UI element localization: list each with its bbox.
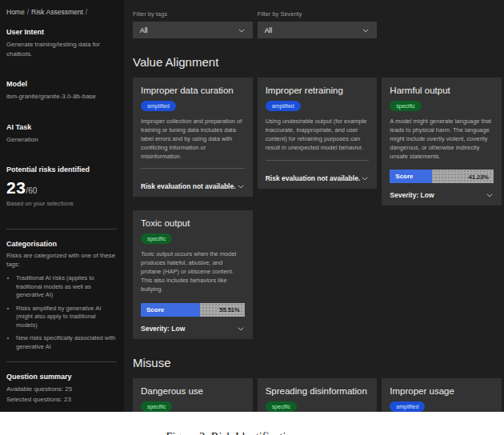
risk-evaluation-row[interactable]: Risk evaluation not available. [141, 168, 245, 190]
paper-figure: Home/Risk Assessment/ User IntentGenerat… [0, 0, 504, 435]
chevron-down-icon[interactable] [486, 191, 494, 199]
risk-tag: amplified [141, 101, 176, 111]
sidebar-section-title: User Intent [6, 28, 117, 36]
risk-score-bar: Score55.51% [141, 303, 245, 317]
risk-count-note: Based on your selections [6, 200, 117, 207]
categorisation-section: Categorisation Risks are categorized wit… [6, 240, 117, 351]
score-bar-label: Score [395, 173, 413, 180]
breadcrumb-current-link[interactable]: Risk Assessment [31, 8, 83, 16]
risk-card-title: Dangerous use [141, 386, 245, 396]
filter-severity-value: All [265, 26, 272, 34]
risk-assessment-app: Home/Risk Assessment/ User IntentGenerat… [0, 0, 504, 412]
potential-risks-summary: Potential risks identified 23/60 Based o… [6, 166, 117, 207]
filter-tags-label: Filter by tags [133, 10, 253, 18]
risk-evaluation-text: Risk evaluation not available. [141, 182, 236, 190]
severity-row[interactable]: Severity: Low [141, 323, 245, 333]
question-summary-section: Question summary Available questions: 25… [6, 373, 117, 405]
categorisation-bullets: Traditional AI risks (applies to traditi… [6, 274, 117, 351]
filter-tags-dropdown[interactable]: All [133, 22, 253, 38]
risk-count: 23/60 [6, 178, 117, 198]
risk-section: Value AlignmentImproper data curationamp… [133, 55, 502, 339]
risk-tag: specific [266, 401, 297, 412]
sidebar-section-value: ibm-granite/granite-3.0-8b-base [6, 92, 117, 102]
severity-row[interactable]: Severity: Low [390, 190, 494, 199]
filter-tags: Filter by tags All [133, 10, 253, 38]
risk-score-bar: Score41.23% [390, 170, 494, 183]
sidebar-section-title: AI Task [6, 123, 117, 131]
categorisation-intro: Risks are categorized with one of these … [6, 252, 117, 269]
score-value: 41.23% [469, 173, 489, 180]
risk-tag: amplified [266, 101, 301, 111]
filter-tags-value: All [140, 26, 147, 34]
chevron-down-icon[interactable] [237, 182, 245, 190]
risk-tag: specific [141, 401, 172, 412]
risk-card-title: Improper data curation [141, 86, 245, 95]
risk-card: Improper retrainingamplifiedUsing undesi… [258, 78, 378, 189]
sidebar-section: User IntentGenerate training/testing dat… [6, 28, 117, 58]
chevron-down-icon[interactable] [238, 26, 246, 34]
risk-evaluation-text: Risk evaluation not available. [266, 174, 361, 182]
score-bar-fill: Score [141, 303, 200, 317]
risk-card-description: Toxic output occurs when the model produ… [141, 250, 245, 293]
categorisation-bullet: Traditional AI risks (applies to traditi… [16, 274, 117, 300]
main-content: Filter by tags All Filter by Severity Al… [124, 0, 504, 412]
risk-card-description: Improper collection and preparation of t… [141, 118, 245, 161]
risk-card-description: A model might generate language that lea… [390, 118, 494, 161]
risk-card-title: Spreading disinformation [266, 386, 370, 396]
risk-sections: Value AlignmentImproper data curationamp… [133, 55, 502, 412]
card-grid: Dangerous usespecificGenerative AI model… [133, 378, 502, 412]
chevron-down-icon[interactable] [361, 174, 369, 182]
severity-text: Severity: Low [390, 191, 434, 199]
score-value: 55.51% [219, 306, 239, 313]
risk-count-total: /60 [26, 186, 37, 195]
sidebar-section: Modelibm-granite/granite-3.0-8b-base [6, 80, 117, 102]
risk-card: Toxic outputspecificToxic output occurs … [133, 210, 253, 338]
risk-card-description: Using undesirable output (for example in… [266, 118, 370, 153]
question-summary-title: Question summary [6, 373, 117, 381]
sidebar-section-title: Model [6, 80, 117, 88]
risk-section: MisuseDangerous usespecificGenerative AI… [133, 356, 502, 412]
figure-caption-strip: Figure 3: Risk Identification [0, 412, 504, 435]
card-grid: Improper data curationamplifiedImproper … [133, 78, 502, 339]
filter-severity-label: Filter by Severity [258, 10, 378, 18]
categorisation-bullet: New risks specifically associated with g… [16, 334, 117, 351]
filters-row: Filter by tags All Filter by Severity Al… [133, 10, 502, 38]
risk-card: Improper data curationamplifiedImproper … [133, 78, 253, 197]
severity-text: Severity: Low [141, 325, 185, 333]
filter-severity-dropdown[interactable]: All [258, 22, 378, 38]
sidebar-section: AI TaskGeneration [6, 123, 117, 145]
risk-card: Improper usageamplifiedImproper usage oc… [382, 378, 502, 412]
chevron-down-icon[interactable] [362, 26, 370, 34]
risk-card: Dangerous usespecificGenerative AI model… [133, 378, 253, 412]
score-bar-fill: Score [390, 170, 432, 183]
categorisation-title: Categorisation [6, 240, 117, 248]
sidebar-divider [6, 361, 117, 362]
chevron-down-icon[interactable] [237, 325, 245, 333]
sidebar-section-value: Generate training/testing data for chatb… [6, 40, 117, 58]
sidebar-section-value: Generation [6, 135, 117, 145]
section-heading: Value Alignment [133, 55, 502, 69]
risk-card: Harmful outputspecificA model might gene… [382, 78, 502, 206]
risk-tag: specific [141, 233, 172, 244]
score-bar-label: Score [146, 306, 164, 313]
risk-card: Spreading disinformationspecificGenerati… [258, 378, 378, 412]
breadcrumb: Home/Risk Assessment/ [6, 8, 117, 16]
risk-card-title: Improper usage [390, 386, 494, 396]
selected-questions: Selected questions: 23 [6, 395, 117, 405]
risk-card-title: Improper retraining [266, 86, 370, 95]
risk-count-value: 23 [6, 178, 26, 197]
breadcrumb-home-link[interactable]: Home [6, 8, 25, 16]
sidebar-divider [6, 229, 117, 229]
risk-card-title: Toxic output [141, 218, 245, 228]
risk-tag: amplified [390, 401, 425, 412]
breadcrumb-separator: / [86, 8, 87, 16]
sidebar-sections: User IntentGenerate training/testing dat… [6, 28, 117, 144]
figure-caption: Figure 3: Risk Identification [166, 430, 298, 435]
risk-card-title: Harmful output [390, 86, 494, 95]
potential-risks-title: Potential risks identified [6, 166, 117, 174]
risk-tag: specific [390, 101, 421, 111]
section-heading: Misuse [133, 356, 502, 369]
categorisation-bullet: Risks amplified by generative AI (might … [16, 305, 117, 330]
breadcrumb-separator: / [27, 8, 29, 16]
risk-evaluation-row[interactable]: Risk evaluation not available. [266, 160, 370, 182]
